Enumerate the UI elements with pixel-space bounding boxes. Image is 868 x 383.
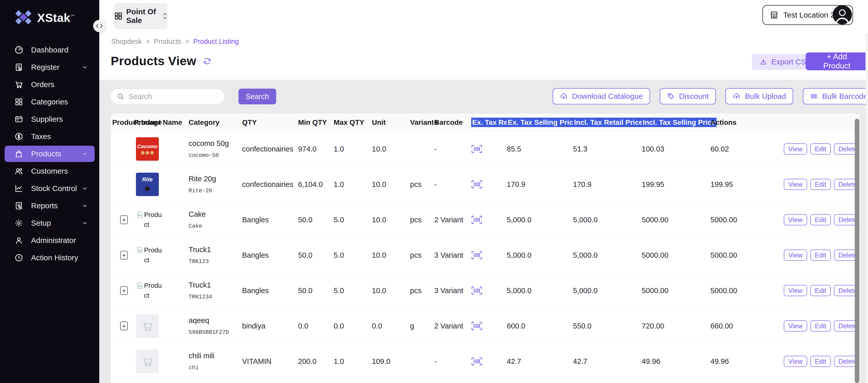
- expand-row-button[interactable]: +: [120, 322, 128, 330]
- bulk-barcode-print-button[interactable]: Bulk Barcode Print: [803, 88, 868, 105]
- column-header-label: Product Name: [134, 118, 182, 126]
- cell-incl-tax-retail: 100.03: [640, 145, 709, 153]
- cell-unit: g: [408, 322, 433, 330]
- expand-row-button[interactable]: +: [120, 286, 128, 295]
- search-box: [111, 89, 224, 104]
- add-product-button[interactable]: + Add Product: [806, 53, 868, 70]
- barcode-icon[interactable]: [471, 145, 505, 153]
- barcode-icon[interactable]: [471, 286, 505, 295]
- cell-ex-tax-retail: 5,000.0: [505, 287, 571, 295]
- cell-qty: 50.0: [297, 251, 332, 260]
- sidebar-item-reports[interactable]: Reports: [5, 198, 95, 214]
- expand-row-button[interactable]: +: [120, 251, 128, 260]
- cell-min-qty: 1.0: [332, 357, 370, 366]
- discount-button[interactable]: Discount: [660, 88, 716, 105]
- column-header-category: Category: [187, 118, 241, 126]
- cell-actions: ViewEditDelete: [780, 143, 860, 154]
- view-row-button[interactable]: View: [784, 356, 807, 367]
- sidebar-item-taxes[interactable]: Taxes: [5, 128, 95, 145]
- sidebar-item-administrator[interactable]: Administrator: [5, 232, 95, 248]
- edit-row-button[interactable]: Edit: [810, 320, 831, 331]
- sidebar-item-register[interactable]: Register: [5, 59, 95, 76]
- cell-category: confectionairies: [241, 145, 297, 153]
- view-row-button[interactable]: View: [784, 143, 807, 154]
- breadcrumb: Shopdesk > Products > Product Listing: [111, 38, 239, 46]
- toolbar-button-label: Discount: [679, 92, 709, 100]
- cell-min-qty: 1.0: [332, 180, 370, 189]
- chevron-down-icon: [82, 150, 88, 157]
- cell-actions: ViewEditDelete: [780, 179, 860, 190]
- sidebar-item-products[interactable]: Products: [5, 146, 95, 162]
- toolbar-button-label: Bulk Barcode Print: [822, 92, 868, 100]
- cell-actions: ViewEditDelete: [780, 249, 860, 261]
- sidebar-collapse-toggle[interactable]: [93, 20, 105, 32]
- edit-row-button[interactable]: Edit: [810, 214, 831, 225]
- cell-variants: -: [433, 357, 470, 366]
- sidebar-item-label: Reports: [31, 201, 82, 210]
- sidebar-item-label: Stock Control: [31, 184, 82, 193]
- sidebar-item-label: Suppliers: [31, 115, 82, 123]
- edit-row-button[interactable]: Edit: [810, 249, 831, 261]
- table-vertical-scrollbar[interactable]: [855, 119, 859, 383]
- sidebar-item-action-history[interactable]: Action History: [5, 249, 95, 266]
- cell-ex-tax-retail: 5,000.0: [505, 251, 571, 260]
- barcode-icon[interactable]: [471, 180, 505, 189]
- cell-qty: 50.0: [297, 287, 332, 295]
- edit-row-button[interactable]: Edit: [810, 285, 831, 296]
- view-row-button[interactable]: View: [784, 285, 807, 296]
- cell-barcode: [470, 145, 505, 153]
- grid-icon: [114, 12, 123, 20]
- column-header-incl-tax-selling-price: Incl. Tax Selling Price: [640, 118, 709, 126]
- edit-row-button[interactable]: Edit: [810, 179, 831, 190]
- page-scrollbar-track[interactable]: [865, 33, 868, 383]
- sidebar-item-suppliers[interactable]: Suppliers: [5, 111, 95, 127]
- app-switcher[interactable]: Point Of Sale: [114, 3, 167, 29]
- column-header-variants: Variants: [408, 118, 433, 126]
- product-name: cocomo 50g: [189, 139, 241, 148]
- edit-row-button[interactable]: Edit: [810, 356, 831, 367]
- cell-qty: 974.0: [297, 145, 332, 153]
- cell-barcode: [470, 180, 505, 189]
- sidebar-item-setup[interactable]: Setup: [5, 215, 95, 231]
- cell-min-qty: 0.0: [332, 322, 370, 330]
- cell-barcode: [470, 215, 505, 224]
- cell-min-qty: 1.0: [332, 145, 370, 153]
- cell-min-qty: 5.0: [332, 251, 370, 260]
- breadcrumb-product-listing[interactable]: Product Listing: [193, 38, 239, 46]
- chevron-right-icon: [99, 24, 103, 28]
- user-avatar[interactable]: [833, 5, 852, 25]
- sidebar-item-label: Dashboard: [31, 46, 82, 54]
- view-row-button[interactable]: View: [784, 249, 807, 261]
- sidebar-nav: Dashboard Register Orders Categories Sup…: [0, 34, 99, 266]
- search-button[interactable]: Search: [239, 89, 276, 105]
- bulk-upload-button[interactable]: Bulk Upload: [725, 88, 793, 105]
- updown-chevron-icon: [162, 13, 167, 19]
- page-title: Products View: [111, 54, 196, 68]
- cell-product-image: Product: [132, 210, 187, 230]
- sidebar-item-orders[interactable]: Orders: [5, 77, 95, 93]
- cell-ex-tax-retail: 5,000.0: [505, 216, 571, 224]
- view-row-button[interactable]: View: [784, 320, 807, 331]
- setup-icon: [14, 218, 23, 228]
- breadcrumb-shopdesk[interactable]: Shopdesk: [111, 38, 142, 46]
- sidebar-item-customers[interactable]: Customers: [5, 163, 95, 179]
- cell-incl-tax-retail: 5000.00: [640, 287, 709, 295]
- sidebar-item-stock-control[interactable]: Stock Control: [5, 180, 95, 197]
- download-catalogue-button[interactable]: Download Catalogue: [553, 88, 650, 105]
- barcode-icon[interactable]: [471, 215, 505, 224]
- view-row-button[interactable]: View: [784, 179, 807, 190]
- sidebar-item-dashboard[interactable]: Dashboard: [5, 42, 95, 58]
- edit-row-button[interactable]: Edit: [810, 143, 831, 154]
- barcode-icon[interactable]: [471, 251, 505, 260]
- barcode-icon[interactable]: [471, 357, 505, 366]
- sidebar-item-categories[interactable]: Categories: [5, 94, 95, 110]
- barcode-icon[interactable]: [471, 322, 505, 330]
- breadcrumb-products[interactable]: Products: [154, 38, 181, 46]
- refresh-icon[interactable]: [203, 57, 212, 65]
- search-input[interactable]: [128, 92, 218, 101]
- expand-row-button[interactable]: +: [120, 215, 128, 224]
- cell-ex-tax-retail: 600.0: [505, 322, 571, 330]
- column-header-ex-tax-selling-price: Ex. Tax Selling Price: [505, 118, 571, 126]
- cell-category: confectionairies: [241, 180, 297, 189]
- view-row-button[interactable]: View: [784, 214, 807, 225]
